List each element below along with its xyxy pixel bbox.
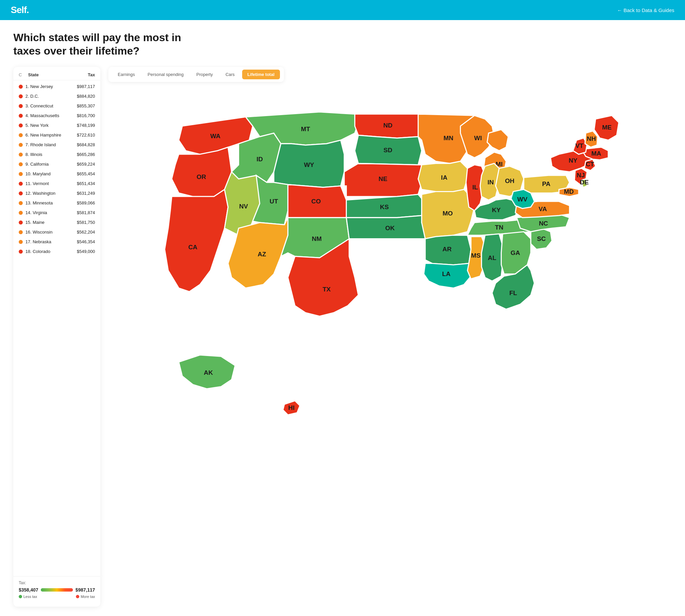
state-list: 1. New Jersey $987,117 2. D.C. $884,820 … [14,82,100,573]
tab-property[interactable]: Property [191,70,218,79]
tab-personal-spending[interactable]: Personal spending [142,70,189,79]
state-row[interactable]: 4. Massachusetts $816,700 [14,111,100,120]
state-wy[interactable] [274,140,344,188]
state-or[interactable] [172,147,231,196]
legend-range: $358,407 $987,117 [19,587,95,593]
state-rank-name: 3. Connecticut [25,103,77,108]
state-rank-name: 18. Colorado [25,249,77,254]
state-row[interactable]: 2. D.C. $884,820 [14,91,100,101]
state-dot [19,240,23,244]
tab-cars[interactable]: Cars [220,70,240,79]
col-c-header: C [19,72,25,77]
state-row[interactable]: 10. Maryland $655,454 [14,169,100,179]
state-dot [19,191,23,195]
state-dot [19,114,23,118]
state-mi[interactable] [487,130,508,151]
state-row[interactable]: 8. Illinois $665,286 [14,150,100,159]
state-row[interactable]: 11. Vermont $651,434 [14,179,100,189]
state-row[interactable]: 16. Wisconsin $562,204 [14,227,100,237]
state-dot [19,249,23,254]
state-al[interactable] [482,234,503,281]
state-tax-value: $651,434 [77,181,95,186]
state-md[interactable] [559,188,579,196]
state-mo[interactable] [422,190,475,239]
legend-gradient [41,588,73,592]
state-ak[interactable] [179,355,235,389]
state-row[interactable]: 7. Rhode Island $684,828 [14,140,100,150]
state-dot [19,133,23,137]
tab-lifetime-total[interactable]: Lifetime total [242,70,280,79]
col-state-header: State [25,72,88,77]
dot-red-icon [76,595,79,598]
state-co[interactable] [288,184,346,218]
state-rank-name: 4. Massachusetts [25,113,77,118]
state-row[interactable]: 3. Connecticut $855,307 [14,101,100,111]
state-dot [19,143,23,147]
state-tax-value: $748,199 [77,123,95,128]
state-dot [19,182,23,186]
state-row[interactable]: 17. Nebraska $546,354 [14,237,100,247]
state-rank-name: 5. New York [25,123,77,128]
state-rank-name: 12. Washington [25,191,77,196]
state-de[interactable] [581,179,587,188]
state-ne[interactable] [344,163,422,196]
state-row[interactable]: 15. Maine $581,750 [14,218,100,227]
less-tax-label: Less tax [23,595,37,599]
state-ct[interactable] [584,159,596,171]
state-row[interactable]: 13. Minnesota $589,066 [14,198,100,208]
state-row[interactable]: 9. California $659,224 [14,159,100,169]
state-sd[interactable] [355,135,422,164]
state-rank-name: 7. Rhode Island [25,142,77,147]
state-tax-value: $816,700 [77,113,95,118]
state-tax-value: $581,750 [77,220,95,225]
legend-dots: Less tax More tax [19,595,95,599]
state-row[interactable]: 5. New York $748,199 [14,120,100,130]
state-nd[interactable] [355,114,422,138]
right-panel: EarningsPersonal spendingPropertyCarsLif… [108,67,671,607]
legend-less-tax: Less tax [19,595,37,599]
legend-max: $987,117 [75,587,95,593]
state-ia[interactable] [418,161,467,192]
state-dot [19,220,23,224]
state-row[interactable]: 14. Virginia $581,874 [14,208,100,218]
state-row[interactable]: 18. Colorado $549,000 [14,247,100,256]
state-tax-value: $655,454 [77,171,95,176]
legend: Tax: $358,407 $987,117 Less tax More tax [14,576,100,601]
state-dot [19,124,23,128]
state-ca[interactable] [164,190,228,291]
state-row[interactable]: 6. New Hampshire $722,610 [14,130,100,140]
state-dot [19,211,23,215]
state-tax-value: $549,000 [77,249,95,254]
legend-min: $358,407 [19,587,38,593]
state-nh[interactable] [585,131,598,147]
state-dot [19,201,23,205]
state-rank-name: 13. Minnesota [25,200,77,205]
state-row[interactable]: 1. New Jersey $987,117 [14,82,100,91]
state-tax-value: $987,117 [77,84,95,89]
state-tax-value: $631,249 [77,191,95,196]
state-tax-value: $855,307 [77,103,95,108]
more-tax-label: More tax [81,595,95,599]
state-rank-name: 17. Nebraska [25,239,77,244]
tab-earnings[interactable]: Earnings [112,70,140,79]
state-la[interactable] [424,263,471,288]
state-dot [19,94,23,98]
state-rank-name: 2. D.C. [25,94,77,99]
state-rank-name: 10. Maryland [25,171,77,176]
state-ar[interactable] [425,235,471,265]
state-dot [19,162,23,166]
state-rank-name: 16. Wisconsin [25,229,77,235]
state-hi[interactable] [283,401,300,415]
state-tax-value: $722,610 [77,132,95,137]
state-tax-value: $884,820 [77,94,95,99]
state-rank-name: 8. Illinois [25,152,77,157]
state-dot [19,153,23,157]
state-rank-name: 14. Virginia [25,210,77,215]
state-ks[interactable] [346,194,421,218]
state-tax-value: $589,066 [77,200,95,205]
back-link[interactable]: ← Back to Data & Guides [617,7,674,13]
state-rank-name: 11. Vermont [25,181,77,186]
state-row[interactable]: 12. Washington $631,249 [14,189,100,198]
state-tax-value: $665,286 [77,152,95,157]
state-rank-name: 9. California [25,161,77,167]
